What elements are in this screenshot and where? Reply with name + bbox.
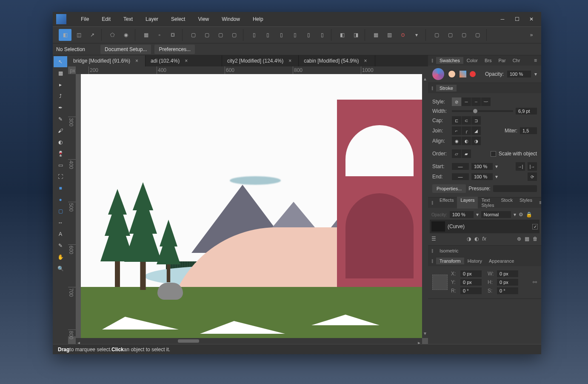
gear-icon[interactable]: ⚙ (519, 212, 523, 218)
align-3-icon[interactable]: ▯ (275, 29, 288, 41)
fill-tool-icon[interactable]: ◐ (54, 137, 67, 148)
tab-text-styles[interactable]: Text Styles (478, 197, 497, 209)
tab-close-icon[interactable]: × (287, 58, 293, 64)
transparency-tool-icon[interactable]: 🍷 (54, 148, 67, 159)
layer-stack-icon[interactable]: ☰ (431, 236, 436, 242)
align-6-icon[interactable]: ▯ (316, 29, 328, 41)
persona-pixel-icon[interactable]: ◧ (59, 29, 71, 41)
end-pct[interactable]: 100 % (471, 173, 493, 180)
tab-brs[interactable]: Brs (481, 57, 495, 64)
width-slider[interactable] (452, 110, 513, 112)
link-dims-icon[interactable]: ⚯ (533, 279, 537, 285)
join-miter-icon[interactable]: ⌐ (452, 126, 461, 135)
text-tool-icon[interactable]: A (54, 229, 67, 240)
link-arrow-icon[interactable]: ⟳ (528, 172, 537, 181)
dropdown-icon[interactable]: ▾ (514, 212, 516, 218)
arrow-place-start-icon[interactable]: →| (516, 162, 525, 171)
style-dash-icon[interactable]: ┄ (471, 97, 481, 106)
document-tab[interactable]: adi (102.4%)× (146, 55, 222, 66)
delete-layer-icon[interactable]: 🗑 (533, 236, 538, 242)
menu-edit[interactable]: Edit (96, 14, 117, 24)
node-tool-icon[interactable]: ▸ (54, 79, 67, 90)
arrange-2-icon[interactable]: ▢ (200, 29, 213, 41)
properties-button[interactable]: Properties... (432, 184, 466, 193)
align-1-icon[interactable]: ▯ (248, 29, 260, 41)
scrollbar-horizontal[interactable]: ◂▸ (76, 338, 422, 344)
document-tab[interactable]: cabin [Modified] (54.9%)× (299, 55, 375, 66)
menu-view[interactable]: View (192, 14, 215, 24)
start-pct[interactable]: 100 % (471, 163, 493, 170)
panel-menu-icon[interactable]: ≡ (537, 200, 541, 206)
arrange-3-icon[interactable]: ▢ (214, 29, 227, 41)
misc-3-icon[interactable]: ▢ (457, 29, 470, 41)
arrow-place-end-icon[interactable]: |→ (528, 162, 537, 171)
add-pixel-icon[interactable]: ▦ (525, 236, 529, 242)
tab-close-icon[interactable]: × (183, 58, 189, 64)
ruler-horizontal[interactable]: px 2004006008001000 (76, 66, 428, 74)
flip-v-icon[interactable]: ◨ (349, 29, 362, 41)
tab-appearance[interactable]: Appearance (485, 258, 517, 264)
eyedropper-swatch-icon[interactable] (460, 71, 466, 77)
dropdown-icon[interactable]: ▾ (495, 174, 498, 180)
toolbar-more-icon[interactable]: » (525, 29, 538, 41)
align-2-icon[interactable]: ▯ (261, 29, 274, 41)
cap-round-icon[interactable]: ⊂ (462, 116, 471, 125)
panel-grab-icon[interactable]: ‖ (430, 201, 435, 205)
scale-checkbox[interactable] (491, 151, 496, 157)
panel-grab-icon[interactable]: ‖ (430, 259, 435, 263)
w-input[interactable]: 0 px (497, 270, 518, 277)
layer-name[interactable]: (Curve) (448, 224, 465, 229)
preferences-button[interactable]: Preferences... (154, 45, 195, 54)
panel-grab-icon[interactable]: ‖ (430, 86, 435, 90)
persona-export-icon[interactable]: ↗ (86, 29, 99, 41)
recent-color-swatch[interactable] (470, 71, 476, 77)
tab-swatches[interactable]: Swatches (436, 57, 463, 64)
align-outside-icon[interactable]: ◑ (471, 137, 481, 145)
tab-stock[interactable]: Stock (497, 197, 516, 209)
tab-close-icon[interactable]: × (363, 58, 369, 64)
end-arrow-dropdown[interactable]: — (452, 173, 469, 180)
layer-thumbnail[interactable] (431, 221, 445, 232)
tab-isometric[interactable]: Isometric (436, 247, 462, 254)
close-button[interactable]: ✕ (525, 14, 538, 24)
fill-color-swatch[interactable] (448, 70, 456, 78)
scrollbar-vertical[interactable]: ▴▾ (422, 74, 428, 338)
opacity-value[interactable]: 100 % (507, 71, 531, 77)
cap-square-icon[interactable]: ⊐ (471, 116, 481, 125)
join-round-icon[interactable]: ╭ (462, 126, 471, 135)
eyedropper-tool-icon[interactable]: ✎ (54, 240, 67, 251)
opacity-dropdown-icon[interactable]: ▾ (534, 71, 537, 77)
tab-layers[interactable]: Layers (457, 197, 478, 209)
cap-butt-icon[interactable]: ⊏ (452, 116, 461, 125)
misc-2-icon[interactable]: ▢ (444, 29, 457, 41)
maximize-button[interactable]: ☐ (511, 14, 523, 24)
persona-vector-icon[interactable]: ◫ (72, 29, 85, 41)
ellipse-tool-icon[interactable]: ● (54, 194, 67, 205)
blend-mode-dropdown[interactable]: Normal (481, 211, 511, 218)
r-input[interactable]: 0 ° (460, 287, 482, 294)
rectangle-tool-icon[interactable]: ■ (54, 183, 67, 194)
move-tool-icon[interactable]: ↖ (54, 56, 67, 67)
panel-grab-icon[interactable]: ‖ (430, 249, 435, 253)
document-setup-button[interactable]: Document Setup... (100, 45, 151, 54)
tool-b-icon[interactable]: ◉ (120, 29, 132, 41)
artboard-tool-icon[interactable]: ▦ (54, 68, 67, 79)
menu-help[interactable]: Help (247, 14, 269, 24)
zoom-tool-icon[interactable]: 🔍 (54, 263, 67, 274)
pressure-curve[interactable] (493, 185, 537, 192)
menu-text[interactable]: Text (117, 14, 139, 24)
fx-icon[interactable]: fx (482, 236, 486, 242)
snap-guide-icon[interactable]: ▥ (383, 29, 396, 41)
arrange-4-icon[interactable]: ▢ (228, 29, 240, 41)
tool-a-icon[interactable]: ⬠ (106, 29, 119, 41)
order-behind-icon[interactable]: ▱ (452, 149, 461, 158)
x-input[interactable]: 0 px (460, 270, 482, 277)
join-bevel-icon[interactable]: ◢ (471, 126, 481, 135)
pencil-tool-icon[interactable]: ✎ (54, 114, 67, 125)
miter-value[interactable]: 1,5 (520, 127, 537, 134)
menu-layer[interactable]: Layer (140, 14, 164, 24)
document-tab[interactable]: city2 [Modified] (124.4%)× (222, 55, 299, 66)
mask-icon[interactable]: ◑ (467, 236, 471, 242)
add-layer-icon[interactable]: ⊕ (517, 236, 521, 242)
tab-stroke[interactable]: Stroke (436, 85, 457, 92)
